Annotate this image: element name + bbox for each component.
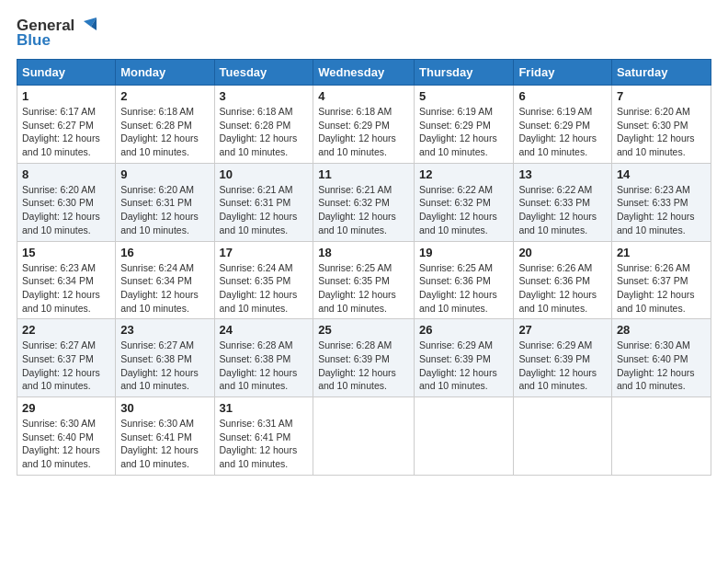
calendar-cell: 2 Sunrise: 6:18 AMSunset: 6:28 PMDayligh… — [116, 86, 214, 164]
calendar: SundayMondayTuesdayWednesdayThursdayFrid… — [17, 59, 711, 476]
calendar-cell: 18 Sunrise: 6:25 AMSunset: 6:35 PMDaylig… — [313, 241, 415, 319]
day-info: Sunrise: 6:18 AMSunset: 6:29 PMDaylight:… — [318, 106, 396, 157]
day-info: Sunrise: 6:21 AMSunset: 6:32 PMDaylight:… — [318, 184, 396, 236]
day-info: Sunrise: 6:30 AMSunset: 6:40 PMDaylight:… — [22, 418, 100, 469]
calendar-cell: 26 Sunrise: 6:29 AMSunset: 6:39 PMDaylig… — [415, 319, 514, 397]
day-number: 8 — [22, 167, 110, 181]
calendar-cell: 11 Sunrise: 6:21 AMSunset: 6:32 PMDaylig… — [313, 163, 415, 241]
day-number: 15 — [22, 246, 110, 259]
calendar-day-header: Tuesday — [214, 60, 313, 86]
day-info: Sunrise: 6:23 AMSunset: 6:34 PMDaylight:… — [22, 262, 100, 314]
day-number: 11 — [318, 167, 409, 181]
day-number: 25 — [318, 323, 409, 337]
calendar-cell: 25 Sunrise: 6:28 AMSunset: 6:39 PMDaylig… — [313, 319, 415, 397]
day-number: 24 — [220, 323, 309, 337]
day-info: Sunrise: 6:18 AMSunset: 6:28 PMDaylight:… — [120, 106, 199, 157]
day-info: Sunrise: 6:22 AMSunset: 6:32 PMDaylight:… — [419, 184, 497, 236]
calendar-day-header: Saturday — [611, 60, 711, 86]
logo: General Blue — [17, 17, 97, 50]
day-info: Sunrise: 6:18 AMSunset: 6:28 PMDaylight:… — [220, 106, 298, 157]
day-info: Sunrise: 6:29 AMSunset: 6:39 PMDaylight:… — [419, 339, 497, 391]
calendar-day-header: Wednesday — [313, 60, 415, 86]
calendar-cell: 3 Sunrise: 6:18 AMSunset: 6:28 PMDayligh… — [214, 86, 313, 164]
day-info: Sunrise: 6:19 AMSunset: 6:29 PMDaylight:… — [518, 106, 597, 157]
calendar-cell: 21 Sunrise: 6:26 AMSunset: 6:37 PMDaylig… — [611, 241, 711, 319]
day-number: 21 — [617, 246, 706, 259]
day-number: 22 — [22, 323, 110, 337]
page: General Blue SundayMondayTuesdayWednesda… — [0, 0, 728, 485]
day-number: 28 — [617, 323, 706, 337]
calendar-cell: 17 Sunrise: 6:24 AMSunset: 6:35 PMDaylig… — [214, 241, 313, 319]
day-info: Sunrise: 6:20 AMSunset: 6:30 PMDaylight:… — [22, 184, 100, 236]
day-info: Sunrise: 6:23 AMSunset: 6:33 PMDaylight:… — [617, 184, 695, 236]
day-number: 7 — [617, 89, 706, 103]
day-number: 12 — [419, 167, 508, 181]
day-number: 16 — [120, 246, 209, 259]
calendar-cell: 22 Sunrise: 6:27 AMSunset: 6:37 PMDaylig… — [17, 319, 116, 397]
day-info: Sunrise: 6:30 AMSunset: 6:40 PMDaylight:… — [617, 339, 695, 391]
day-info: Sunrise: 6:24 AMSunset: 6:34 PMDaylight:… — [120, 262, 199, 314]
calendar-cell: 12 Sunrise: 6:22 AMSunset: 6:32 PMDaylig… — [415, 163, 514, 241]
calendar-cell: 24 Sunrise: 6:28 AMSunset: 6:38 PMDaylig… — [214, 319, 313, 397]
day-number: 27 — [518, 323, 607, 337]
day-info: Sunrise: 6:31 AMSunset: 6:41 PMDaylight:… — [220, 418, 298, 469]
calendar-cell: 15 Sunrise: 6:23 AMSunset: 6:34 PMDaylig… — [17, 241, 116, 319]
day-number: 19 — [419, 246, 508, 259]
day-info: Sunrise: 6:26 AMSunset: 6:37 PMDaylight:… — [617, 262, 695, 314]
day-number: 30 — [120, 401, 209, 415]
calendar-cell: 13 Sunrise: 6:22 AMSunset: 6:33 PMDaylig… — [514, 163, 612, 241]
calendar-cell: 28 Sunrise: 6:30 AMSunset: 6:40 PMDaylig… — [611, 319, 711, 397]
calendar-day-header: Sunday — [17, 60, 116, 86]
calendar-cell: 14 Sunrise: 6:23 AMSunset: 6:33 PMDaylig… — [611, 163, 711, 241]
calendar-day-header: Friday — [514, 60, 612, 86]
day-number: 31 — [220, 401, 309, 415]
day-info: Sunrise: 6:29 AMSunset: 6:39 PMDaylight:… — [518, 339, 597, 391]
calendar-cell: 30 Sunrise: 6:30 AMSunset: 6:41 PMDaylig… — [116, 397, 214, 476]
day-number: 18 — [318, 246, 409, 259]
calendar-cell: 7 Sunrise: 6:20 AMSunset: 6:30 PMDayligh… — [611, 86, 711, 164]
day-number: 2 — [120, 89, 209, 103]
calendar-cell: 16 Sunrise: 6:24 AMSunset: 6:34 PMDaylig… — [116, 241, 214, 319]
day-number: 1 — [22, 89, 110, 103]
day-info: Sunrise: 6:27 AMSunset: 6:37 PMDaylight:… — [22, 339, 100, 391]
day-number: 10 — [220, 167, 309, 181]
calendar-cell: 27 Sunrise: 6:29 AMSunset: 6:39 PMDaylig… — [514, 319, 612, 397]
day-info: Sunrise: 6:20 AMSunset: 6:30 PMDaylight:… — [617, 106, 695, 157]
calendar-cell — [611, 397, 711, 476]
calendar-cell: 8 Sunrise: 6:20 AMSunset: 6:30 PMDayligh… — [17, 163, 116, 241]
day-info: Sunrise: 6:30 AMSunset: 6:41 PMDaylight:… — [120, 418, 199, 469]
day-info: Sunrise: 6:17 AMSunset: 6:27 PMDaylight:… — [22, 106, 100, 157]
day-number: 20 — [518, 246, 607, 259]
logo-bird-icon — [76, 17, 97, 34]
calendar-cell: 9 Sunrise: 6:20 AMSunset: 6:31 PMDayligh… — [116, 163, 214, 241]
calendar-cell — [514, 397, 612, 476]
calendar-cell — [415, 397, 514, 476]
calendar-header-row: SundayMondayTuesdayWednesdayThursdayFrid… — [17, 60, 711, 86]
calendar-cell: 20 Sunrise: 6:26 AMSunset: 6:36 PMDaylig… — [514, 241, 612, 319]
calendar-cell: 10 Sunrise: 6:21 AMSunset: 6:31 PMDaylig… — [214, 163, 313, 241]
day-number: 29 — [22, 401, 110, 415]
header: General Blue — [17, 17, 711, 50]
day-number: 23 — [120, 323, 209, 337]
day-info: Sunrise: 6:22 AMSunset: 6:33 PMDaylight:… — [518, 184, 597, 236]
day-number: 9 — [120, 167, 209, 181]
calendar-cell: 31 Sunrise: 6:31 AMSunset: 6:41 PMDaylig… — [214, 397, 313, 476]
day-number: 6 — [518, 89, 607, 103]
calendar-cell: 23 Sunrise: 6:27 AMSunset: 6:38 PMDaylig… — [116, 319, 214, 397]
day-info: Sunrise: 6:24 AMSunset: 6:35 PMDaylight:… — [220, 262, 298, 314]
day-number: 5 — [419, 89, 508, 103]
day-info: Sunrise: 6:28 AMSunset: 6:39 PMDaylight:… — [318, 339, 396, 391]
day-info: Sunrise: 6:19 AMSunset: 6:29 PMDaylight:… — [419, 106, 497, 157]
day-number: 14 — [617, 167, 706, 181]
day-info: Sunrise: 6:25 AMSunset: 6:36 PMDaylight:… — [419, 262, 497, 314]
day-info: Sunrise: 6:27 AMSunset: 6:38 PMDaylight:… — [120, 339, 199, 391]
day-number: 3 — [220, 89, 309, 103]
day-info: Sunrise: 6:26 AMSunset: 6:36 PMDaylight:… — [518, 262, 597, 314]
day-info: Sunrise: 6:21 AMSunset: 6:31 PMDaylight:… — [220, 184, 298, 236]
calendar-cell: 1 Sunrise: 6:17 AMSunset: 6:27 PMDayligh… — [17, 86, 116, 164]
logo-text: General Blue — [17, 17, 97, 50]
calendar-cell: 4 Sunrise: 6:18 AMSunset: 6:29 PMDayligh… — [313, 86, 415, 164]
logo-blue: Blue — [17, 31, 51, 50]
day-number: 4 — [318, 89, 409, 103]
calendar-day-header: Thursday — [415, 60, 514, 86]
